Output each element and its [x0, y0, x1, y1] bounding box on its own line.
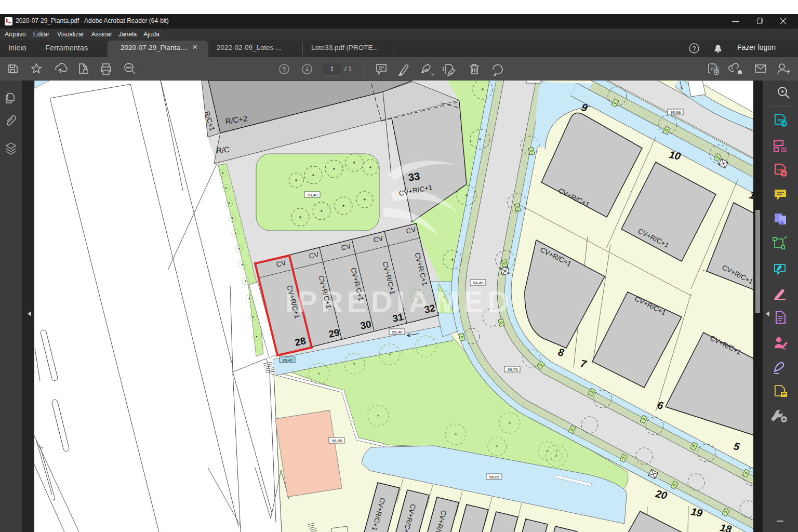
svg-text:30: 30: [360, 318, 373, 331]
svg-text:R/C: R/C: [216, 145, 230, 155]
svg-text:29: 29: [328, 327, 341, 340]
svg-text:94,49: 94,49: [473, 281, 484, 285]
svg-text:90,99: 90,99: [670, 110, 681, 115]
svg-text:18: 18: [719, 522, 733, 532]
svg-text:96,85: 96,85: [331, 438, 342, 443]
svg-text:?: ?: [693, 45, 696, 52]
svg-text:95,40: 95,40: [392, 330, 403, 335]
svg-text:95,40: 95,40: [282, 358, 293, 363]
svg-text:10: 10: [668, 149, 682, 162]
svg-text:95,75: 95,75: [507, 367, 518, 372]
svg-text:96,05: 96,05: [489, 475, 500, 480]
svg-text:/ 1: / 1: [344, 65, 352, 73]
svg-text:31: 31: [392, 311, 405, 324]
svg-text:32: 32: [423, 302, 436, 315]
svg-text:93,40: 93,40: [307, 193, 318, 197]
svg-text:1: 1: [330, 65, 334, 73]
svg-text:28: 28: [294, 335, 307, 348]
svg-text:33: 33: [407, 170, 420, 183]
